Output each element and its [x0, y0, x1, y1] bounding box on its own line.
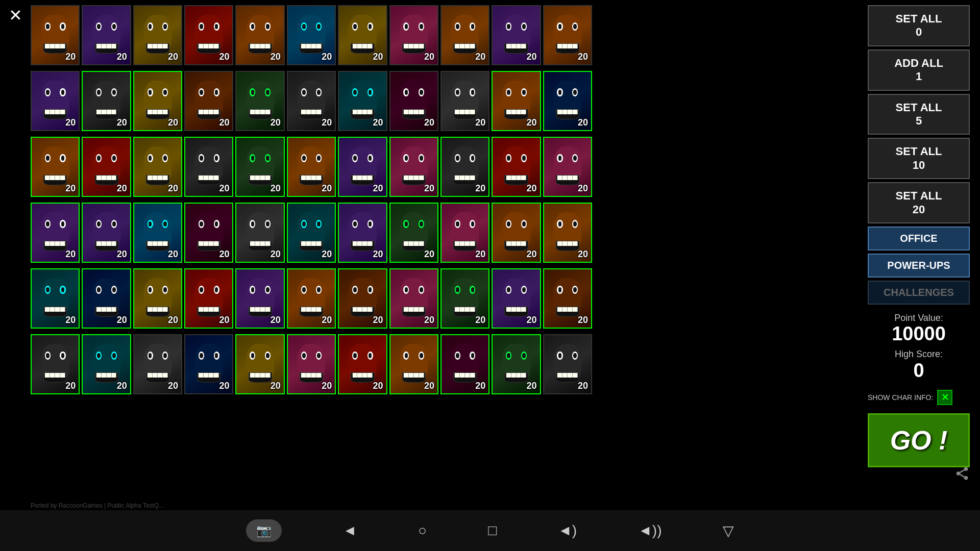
- character-level-6: 20: [373, 52, 383, 62]
- character-cell-mediocre-melodie[interactable]: 20: [440, 334, 489, 394]
- character-cell-funtime-freddy[interactable]: 20: [543, 137, 592, 197]
- character-cell-phantom-freddy[interactable]: 20: [287, 71, 336, 131]
- character-cell-toy-freddy-2[interactable]: 20: [133, 268, 182, 329]
- character-cell-phantom-bb[interactable]: 20: [440, 71, 489, 131]
- character-level-31: 20: [527, 183, 537, 194]
- character-cell-nightmarionne[interactable]: 20: [440, 137, 489, 197]
- go-button[interactable]: GO !: [868, 413, 970, 467]
- character-cell-pigpatch[interactable]: 20: [440, 203, 489, 263]
- home-button[interactable]: ○: [418, 522, 427, 539]
- character-level-27: 20: [322, 183, 332, 194]
- show-char-info-checkbox[interactable]: ✕: [937, 390, 952, 405]
- character-cell-happy-frog[interactable]: 20: [389, 203, 438, 263]
- character-cell-mangle[interactable]: 20: [389, 5, 438, 65]
- character-cell-chica[interactable]: 20: [133, 5, 182, 65]
- character-cell-glitchtrap[interactable]: 20: [492, 268, 541, 329]
- character-cell-lefty[interactable]: 20: [287, 268, 336, 329]
- character-level-18: 20: [424, 117, 434, 128]
- character-cell-freddy[interactable]: 20: [31, 5, 80, 65]
- character-cell-mangle2[interactable]: 20: [287, 334, 336, 394]
- character-cell-withered-chica[interactable]: 20: [133, 71, 182, 131]
- character-cell-lolbit[interactable]: 20: [389, 334, 438, 394]
- character-cell-unknown2[interactable]: 20: [543, 334, 592, 394]
- character-level-36: 20: [219, 249, 229, 260]
- character-level-1: 20: [117, 52, 127, 62]
- character-cell-nightmare-chica[interactable]: 20: [31, 137, 80, 197]
- character-cell-toy-chica[interactable]: 20: [338, 5, 387, 65]
- character-cell-babycircus[interactable]: 20: [338, 334, 387, 394]
- recents-button[interactable]: □: [488, 522, 497, 539]
- set-all-10-button[interactable]: SET ALL 10: [868, 138, 970, 179]
- character-cell-nightmare-freddy[interactable]: 20: [492, 71, 541, 131]
- svg-line-4: [960, 470, 965, 472]
- character-cell-rockstar-foxy[interactable]: 20: [184, 268, 233, 329]
- share-icon[interactable]: [954, 466, 970, 485]
- character-cell-unknown[interactable]: 20: [133, 334, 182, 394]
- character-level-53: 20: [527, 315, 537, 325]
- character-cell-withered-foxy[interactable]: 20: [184, 71, 233, 131]
- character-level-9: 20: [527, 52, 537, 62]
- character-cell-nightmare-fredbear[interactable]: 20: [133, 137, 182, 197]
- character-cell-jack-o-chica[interactable]: 20: [287, 137, 336, 197]
- close-button[interactable]: ✕: [5, 5, 26, 26]
- character-cell-phantom-puppet[interactable]: 20: [31, 334, 80, 394]
- character-cell-foxy[interactable]: 20: [184, 5, 233, 65]
- character-cell-phone-guy[interactable]: 20: [82, 334, 131, 394]
- character-cell-springbonnie[interactable]: 20: [235, 334, 284, 394]
- character-cell-phantom-mangle[interactable]: 20: [389, 71, 438, 131]
- volume-down-button[interactable]: ◄): [558, 522, 577, 539]
- character-cell-molten-freddy[interactable]: 20: [338, 268, 387, 329]
- camera-pill[interactable]: 📷: [246, 519, 282, 542]
- character-cell-circus-baby[interactable]: 20: [492, 137, 541, 197]
- character-cell-orville-elephant[interactable]: 20: [543, 203, 592, 263]
- svg-line-3: [960, 474, 965, 477]
- character-cell-montgomery-gator[interactable]: 20: [31, 268, 80, 329]
- character-cell-funtime-chica[interactable]: 20: [235, 268, 284, 329]
- character-cell-nightmare-bonnie[interactable]: 20: [543, 71, 592, 131]
- character-cell-scraptrap[interactable]: 20: [440, 268, 489, 329]
- character-cell-freddy-frostbear[interactable]: 20: [82, 268, 131, 329]
- character-level-7: 20: [424, 52, 434, 62]
- character-level-50: 20: [373, 315, 383, 325]
- character-cell-bb[interactable]: 20: [440, 5, 489, 65]
- character-level-0: 20: [65, 52, 76, 62]
- character-cell-ballora[interactable]: 20: [82, 203, 131, 263]
- character-cell-nightmare-mangle[interactable]: 20: [389, 137, 438, 197]
- set-all-20-button[interactable]: SET ALL 20: [868, 182, 970, 223]
- powerups-button[interactable]: POWER-UPS: [868, 254, 970, 278]
- character-cell-grim-foxy[interactable]: 20: [543, 268, 592, 329]
- character-cell-springtrap[interactable]: 20: [235, 71, 284, 131]
- set-all-0-button[interactable]: SET ALL 0: [868, 5, 970, 46]
- character-cell-nightmare-foxy[interactable]: 20: [82, 137, 131, 197]
- character-cell-phantom-chica[interactable]: 20: [338, 71, 387, 131]
- add-all-1-button[interactable]: ADD ALL 1: [868, 49, 970, 91]
- set-all-5-button[interactable]: SET ALL 5: [868, 94, 970, 135]
- character-cell-nedd-bear[interactable]: 20: [492, 203, 541, 263]
- menu-button[interactable]: ▽: [723, 522, 734, 539]
- character-cell-happy[interactable]: 20: [492, 334, 541, 394]
- character-cell-nightmare[interactable]: 20: [184, 137, 233, 197]
- back-button[interactable]: ◄: [343, 522, 357, 539]
- character-cell-scrap-baby[interactable]: 20: [389, 268, 438, 329]
- character-cell-old-man-consequences[interactable]: 20: [287, 203, 336, 263]
- character-cell-plushtrap[interactable]: 20: [235, 137, 284, 197]
- character-cell-dreadbeard[interactable]: 20: [184, 334, 233, 394]
- character-cell-jack-o-bonnie[interactable]: 20: [338, 137, 387, 197]
- character-cell-withered-freddy[interactable]: 20: [543, 5, 592, 65]
- character-cell-bonnie[interactable]: 20: [82, 5, 131, 65]
- character-cell-mr-hippo[interactable]: 20: [338, 203, 387, 263]
- character-cell-withered-bonnie[interactable]: 20: [31, 71, 80, 131]
- volume-up-button[interactable]: ◄)): [638, 522, 662, 539]
- character-cell-toy-freddy[interactable]: 20: [235, 5, 284, 65]
- character-cell-jj[interactable]: 20: [492, 5, 541, 65]
- character-level-43: 20: [578, 249, 588, 260]
- character-cell-ennard[interactable]: 20: [235, 203, 284, 263]
- character-cell-puppet[interactable]: 20: [82, 71, 131, 131]
- challenges-button[interactable]: CHALLENGES: [868, 281, 970, 305]
- office-button[interactable]: OFFICE: [868, 227, 970, 251]
- character-cell-funtime-foxy[interactable]: 20: [31, 203, 80, 263]
- character-cell-bidybab[interactable]: 20: [133, 203, 182, 263]
- character-cell-minireena[interactable]: 20: [184, 203, 233, 263]
- character-level-8: 20: [475, 52, 485, 62]
- character-cell-toy-bonnie[interactable]: 20: [287, 5, 336, 65]
